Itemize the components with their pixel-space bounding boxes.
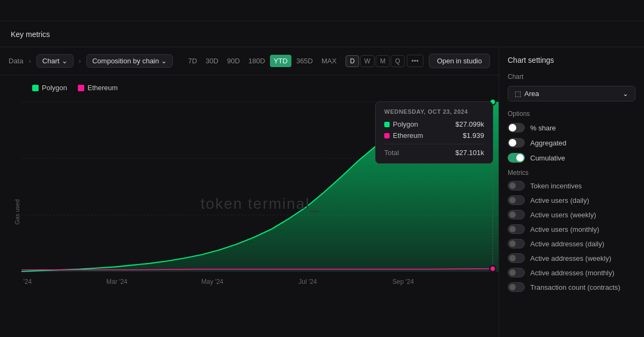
cumulative-label: Cumulative xyxy=(530,154,565,162)
svg-text:Jan '24: Jan '24 xyxy=(21,278,32,285)
metric-token-incentives: Token incentives xyxy=(508,181,635,191)
pct-share-toggle[interactable] xyxy=(508,123,525,133)
open-studio-btn[interactable]: Open in studio xyxy=(429,54,490,68)
settings-title: Chart settings xyxy=(508,56,635,64)
y-axis-label: Gas used xyxy=(14,199,20,224)
chart-section: Data › Chart ⌄ › Composition by chain ⌄ … xyxy=(0,47,499,337)
time-180d[interactable]: 180D xyxy=(245,55,269,67)
active-users-monthly-toggle[interactable] xyxy=(508,224,525,234)
toggle-aggregated: Aggregated xyxy=(508,138,635,148)
chart-area: Polygon Ethereum Gas used xyxy=(0,75,499,337)
active-addresses-weekly-toggle[interactable] xyxy=(508,253,525,263)
time-ytd[interactable]: YTD xyxy=(270,55,291,67)
active-addresses-daily-toggle[interactable] xyxy=(508,239,525,248)
active-addresses-monthly-toggle[interactable] xyxy=(508,268,525,277)
legend-ethereum-label: Ethereum xyxy=(87,84,118,92)
chart-dropdown[interactable]: Chart ⌄ xyxy=(36,54,74,68)
svg-text:Jul '24: Jul '24 xyxy=(298,278,317,285)
res-q[interactable]: Q xyxy=(391,55,404,67)
tooltip-ethereum-value: $1.939 xyxy=(463,131,484,140)
tooltip-total-row: Total $27.101k xyxy=(384,149,484,157)
chart-type-icon: ⬚ xyxy=(515,90,521,98)
chart-legend: Polygon Ethereum xyxy=(0,84,499,96)
active-users-weekly-label: Active users (weekly) xyxy=(530,211,596,219)
metric-transaction-count: Transaction count (contracts) xyxy=(508,282,635,292)
tooltip-row-polygon: Polygon $27.099k xyxy=(384,120,484,128)
chart-type-value: Area xyxy=(524,90,539,98)
cumulative-toggle[interactable] xyxy=(508,153,525,163)
chart-tooltip: WEDNESDAY, OCT 23, 2024 Polygon $27.099k xyxy=(375,101,493,164)
metrics-label: Metrics xyxy=(508,169,635,177)
svg-text:Mar '24: Mar '24 xyxy=(106,278,128,285)
tooltip-polygon-value: $27.099k xyxy=(456,120,485,128)
key-metrics-label: Key metrics xyxy=(11,30,50,39)
token-incentives-toggle[interactable] xyxy=(508,181,525,191)
tooltip-polygon-label: Polygon xyxy=(393,120,418,128)
chart-svg-container: $30k $20k $10k $0 xyxy=(21,96,499,312)
more-options-btn[interactable]: ••• xyxy=(407,55,424,67)
metric-active-addresses-monthly: Active addresses (monthly) xyxy=(508,268,635,277)
tooltip-ethereum-dot xyxy=(384,133,390,138)
tooltip-ethereum-label: Ethereum xyxy=(393,131,423,140)
aggregated-toggle[interactable] xyxy=(508,138,525,148)
res-d[interactable]: D xyxy=(346,55,359,67)
chevron-down-icon: ⌄ xyxy=(623,90,628,98)
time-max[interactable]: MAX xyxy=(318,55,340,67)
active-users-daily-label: Active users (daily) xyxy=(530,196,589,204)
res-m[interactable]: M xyxy=(376,55,390,67)
transaction-count-label: Transaction count (contracts) xyxy=(530,283,620,291)
tooltip-date: WEDNESDAY, OCT 23, 2024 xyxy=(384,108,484,115)
tooltip-divider xyxy=(384,144,484,144)
breadcrumb-sep1: › xyxy=(28,57,31,65)
pct-share-label: % share xyxy=(530,124,556,132)
time-7d[interactable]: 7D xyxy=(184,55,201,67)
ethereum-dot xyxy=(78,85,84,91)
toggle-pct-share: % share xyxy=(508,123,635,133)
toolbar: Data › Chart ⌄ › Composition by chain ⌄ … xyxy=(0,47,499,75)
polygon-dot xyxy=(32,85,39,91)
tooltip-row-ethereum: Ethereum $1.939 xyxy=(384,131,484,140)
metric-active-users-weekly: Active users (weekly) xyxy=(508,210,635,219)
tooltip-total-value: $27.101k xyxy=(456,149,485,157)
res-w[interactable]: W xyxy=(360,55,375,67)
time-filters: 7D 30D 90D 180D YTD 365D MAX D W M Q •••… xyxy=(184,54,490,68)
top-bar xyxy=(0,0,644,21)
tooltip-total-label: Total xyxy=(384,149,399,157)
time-30d[interactable]: 30D xyxy=(202,55,222,67)
breadcrumb-sep2: › xyxy=(79,57,81,65)
metric-active-addresses-daily: Active addresses (daily) xyxy=(508,239,635,248)
key-metrics-bar: Key metrics xyxy=(0,21,644,47)
aggregated-label: Aggregated xyxy=(530,139,566,147)
chart-type-label: Chart xyxy=(508,73,635,80)
breadcrumb-data: Data xyxy=(9,57,23,65)
active-users-monthly-label: Active users (monthly) xyxy=(530,225,599,233)
svg-text:Sep '24: Sep '24 xyxy=(392,278,414,285)
svg-text:May '24: May '24 xyxy=(201,278,224,285)
svg-point-10 xyxy=(490,266,496,272)
active-addresses-daily-label: Active addresses (daily) xyxy=(530,240,604,248)
settings-panel: Chart settings Chart ⬚ Area ⌄ Options % … xyxy=(499,47,644,337)
time-365d[interactable]: 365D xyxy=(292,55,317,67)
resolution-btns: D W M Q xyxy=(346,55,404,67)
legend-polygon: Polygon xyxy=(32,84,67,92)
time-90d[interactable]: 90D xyxy=(223,55,244,67)
token-incentives-label: Token incentives xyxy=(530,182,582,190)
metric-active-addresses-weekly: Active addresses (weekly) xyxy=(508,253,635,263)
chart-wrapper: Gas used $30k $20k $10k $0 xyxy=(0,96,499,328)
tooltip-polygon-dot xyxy=(384,122,390,127)
metric-active-users-daily: Active users (daily) xyxy=(508,195,635,205)
active-addresses-monthly-label: Active addresses (monthly) xyxy=(530,269,614,277)
active-addresses-weekly-label: Active addresses (weekly) xyxy=(530,254,611,262)
options-label: Options xyxy=(508,110,635,118)
transaction-count-toggle[interactable] xyxy=(508,282,525,292)
chart-type-selector[interactable]: ⬚ Area ⌄ xyxy=(508,86,635,101)
legend-ethereum: Ethereum xyxy=(78,84,118,92)
active-users-weekly-toggle[interactable] xyxy=(508,210,525,219)
composition-dropdown[interactable]: Composition by chain ⌄ xyxy=(86,54,173,68)
metric-active-users-monthly: Active users (monthly) xyxy=(508,224,635,234)
active-users-daily-toggle[interactable] xyxy=(508,195,525,205)
main-content: Data › Chart ⌄ › Composition by chain ⌄ … xyxy=(0,47,644,337)
legend-polygon-label: Polygon xyxy=(42,84,67,92)
toggle-cumulative: Cumulative xyxy=(508,153,635,163)
